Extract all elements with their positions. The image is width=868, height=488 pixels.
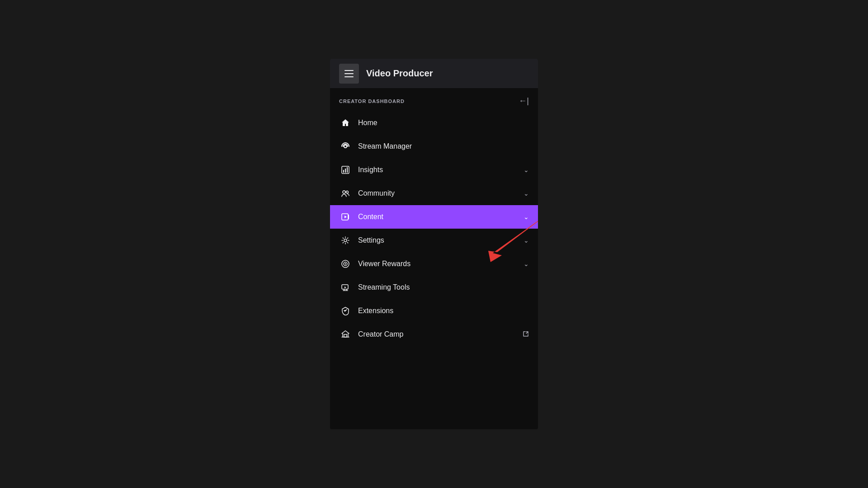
sidebar-item-label: Extensions [358,307,529,315]
sidebar-item-content[interactable]: Content ⌄ [330,205,538,229]
svg-rect-3 [343,170,344,173]
sidebar-item-extensions[interactable]: Extensions [330,299,538,323]
sidebar-item-home[interactable]: Home [330,111,538,135]
sidebar-item-label: Home [358,119,529,127]
extensions-icon [339,306,352,315]
sidebar-item-stream-manager[interactable]: Stream Manager [330,135,538,158]
home-icon [339,118,352,127]
sidebar: Video Producer CREATOR DASHBOARD ←| Home [330,59,538,429]
insights-icon [339,165,352,174]
sidebar-item-label: Creator Camp [358,330,523,338]
svg-point-0 [344,145,347,148]
sidebar-item-label: Content [358,213,524,221]
chevron-down-icon: ⌄ [524,190,529,197]
chevron-down-icon: ⌄ [524,260,529,267]
sidebar-item-label: Viewer Rewards [358,260,524,268]
viewer-rewards-icon [339,259,352,268]
top-bar: Video Producer [330,59,538,88]
sidebar-item-label: Insights [358,166,524,174]
sidebar-item-settings[interactable]: Settings ⌄ [330,229,538,252]
sidebar-item-label: Settings [358,236,524,244]
stream-manager-icon [339,142,352,151]
creator-camp-icon [339,330,352,339]
settings-icon [339,236,352,245]
svg-point-8 [346,191,349,193]
external-link-icon [523,331,529,338]
svg-rect-4 [345,169,346,173]
streaming-tools-icon [339,283,352,292]
chevron-down-icon: ⌄ [524,213,529,221]
nav-list: Home Stream Manager [330,111,538,346]
sidebar-item-community[interactable]: Community ⌄ [330,182,538,205]
content-icon [339,212,352,221]
collapse-button[interactable]: ←| [519,96,529,106]
sidebar-item-streaming-tools[interactable]: Streaming Tools [330,276,538,299]
svg-point-14 [345,263,346,265]
sidebar-item-label: Stream Manager [358,142,529,150]
sidebar-header: CREATOR DASHBOARD ←| [330,88,538,111]
svg-rect-16 [344,334,347,337]
sidebar-item-viewer-rewards[interactable]: Viewer Rewards ⌄ [330,252,538,276]
sidebar-item-insights[interactable]: Insights ⌄ [330,158,538,182]
community-icon [339,189,352,198]
sidebar-item-label: Streaming Tools [358,283,529,291]
chevron-down-icon: ⌄ [524,237,529,244]
sidebar-item-creator-camp[interactable]: Creator Camp [330,323,538,346]
svg-point-11 [344,239,347,242]
page-title: Video Producer [366,68,433,79]
svg-rect-10 [348,215,349,219]
svg-rect-5 [347,167,348,173]
sidebar-item-label: Community [358,189,524,197]
menu-button[interactable] [339,64,359,84]
dashboard-label: CREATOR DASHBOARD [339,99,405,104]
chevron-down-icon: ⌄ [524,166,529,174]
svg-point-7 [343,191,345,193]
